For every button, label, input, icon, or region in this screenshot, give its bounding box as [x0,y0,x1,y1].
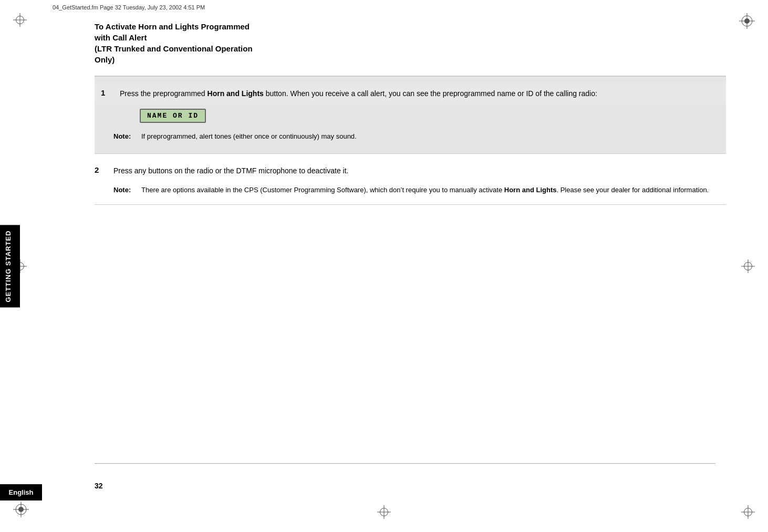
file-info-text: 04_GetStarted.fm Page 32 Tuesday, July 2… [53,4,205,11]
title-line3: (LTR Trunked and Conventional Operation [95,44,253,53]
sidebar-english: English [0,484,42,500]
page-number: 32 [95,482,103,490]
step-2-text-main: Press any buttons on the radio or the DT… [113,166,348,175]
step-2-text: Press any buttons on the radio or the DT… [113,165,348,176]
step-2-content: 2 Press any buttons on the radio or the … [95,160,726,182]
step-1-note-label: Note: [113,131,137,142]
bottom-divider [95,463,715,464]
page-container: 04_GetStarted.fm Page 32 Tuesday, July 2… [0,0,768,532]
title-line2: with Call Alert [95,33,147,42]
step-2-note-after: . Please see your dealer for additional … [556,186,709,194]
step-1-text-before: Press the preprogrammed [120,89,207,98]
page-title: To Activate Horn and Lights Programmed w… [95,21,726,65]
reg-mark-bottom-right [741,505,755,519]
lcd-container: NAME OR ID [95,105,726,129]
title-line4: Only) [95,55,115,64]
sidebar-getting-started-label: GETTING STARTED [0,225,20,307]
step-2-number: 2 [95,165,105,176]
reg-mark-top-right [739,13,755,30]
step-1-text-after: button. When you receive a call alert, y… [264,89,597,98]
sidebar-getting-started: GETTING STARTED [0,225,20,307]
lcd-display: NAME OR ID [140,109,206,123]
title-line1: To Activate Horn and Lights Programmed [95,22,250,31]
step-1-note-text: If preprogrammed, alert tones (either on… [141,131,357,142]
step-1: 1 Press the preprogrammed Horn and Light… [95,77,726,154]
step-2-note-before: There are options available in the CPS (… [141,186,504,194]
step-1-content: 1 Press the preprogrammed Horn and Light… [95,83,726,105]
step-1-number: 1 [101,88,111,99]
file-info-bar: 04_GetStarted.fm Page 32 Tuesday, July 2… [42,4,768,11]
step-1-note: Note: If preprogrammed, alert tones (eit… [95,129,726,147]
step-1-bold: Horn and Lights [207,89,264,98]
step-2-note: Note: There are options available in the… [95,182,726,199]
sidebar-english-label: English [0,484,42,500]
reg-mark-bottom-mid [377,505,391,519]
step-1-text: Press the preprogrammed Horn and Lights … [120,88,597,99]
reg-mark-bottom-left [13,502,29,519]
reg-mark-top-left [13,13,27,27]
step-2-note-bold: Horn and Lights [504,186,557,194]
step-2-note-label: Note: [113,185,137,195]
step-2: 2 Press any buttons on the radio or the … [95,154,726,205]
steps-container: 1 Press the preprogrammed Horn and Light… [95,76,726,205]
reg-mark-mid-right [741,259,755,273]
step-2-note-text: There are options available in the CPS (… [141,185,709,195]
main-content: To Activate Horn and Lights Programmed w… [95,21,726,479]
